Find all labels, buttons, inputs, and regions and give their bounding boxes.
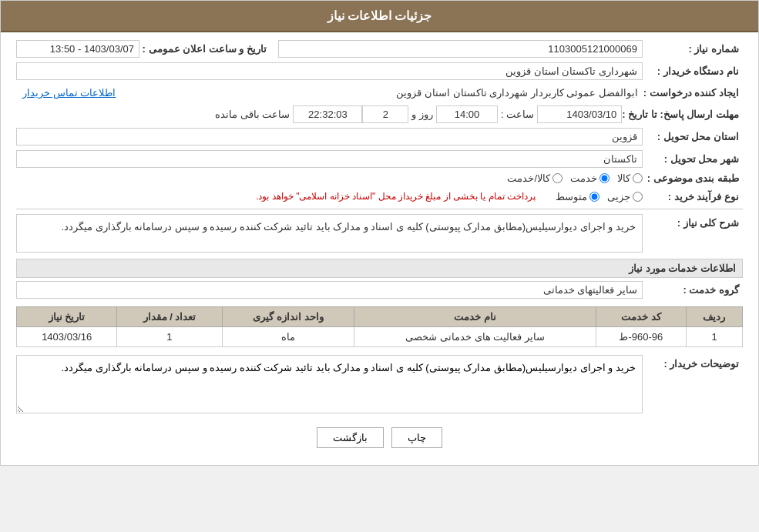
services-table-wrapper: ردیف کد خدمت نام خدمت واحد اندازه گیری ت… [16, 306, 743, 347]
kala-label: کالا [617, 172, 630, 184]
jozyi-label: جزیی [607, 191, 630, 202]
tarikh-ilan-label: تاریخ و ساعت اعلان عمومی : [139, 43, 270, 55]
noe-farayand-label: نوع فرآیند خرید : [643, 191, 743, 202]
farayand-radio-group: متوسط جزیی [556, 191, 643, 202]
motevaset-label: متوسط [556, 191, 587, 202]
nam-dastgah-value: شهرداری تاکستان استان قزوین [16, 62, 643, 80]
cell-tarikh: 1403/03/16 [17, 327, 117, 347]
tarikh-ilan-value: 1403/03/07 - 13:50 [16, 40, 139, 58]
radio-motevaset[interactable]: متوسط [556, 191, 599, 202]
radio-kala-khadamat[interactable]: کالا/خدمت [507, 172, 563, 184]
table-row: 1 960-96-ط سایر فعالیت های خدماتی شخصی م… [17, 327, 743, 347]
cell-tedad: 1 [117, 327, 222, 347]
button-row: چاپ بازگشت [16, 418, 743, 457]
mohlat-date: 1403/03/10 [537, 105, 622, 123]
print-button[interactable]: چاپ [391, 427, 442, 448]
shahr-label: شهر محل تحویل : [643, 153, 743, 165]
ijad-link[interactable]: اطلاعات تماس خریدار [16, 85, 122, 101]
back-button[interactable]: بازگشت [317, 427, 384, 448]
garoh-label: گروه خدمت : [643, 284, 743, 296]
mohlat-countdown: 22:32:03 [293, 105, 362, 123]
radio-kala[interactable]: کالا [617, 172, 643, 184]
cell-vahed: ماه [222, 327, 354, 347]
radio-jozyi[interactable]: جزیی [607, 191, 643, 202]
shomara-value: 1103005121000069 [278, 40, 643, 58]
tabaqe-label: طبقه بندی موضوعی : [643, 172, 743, 184]
mohlat-time: 14:00 [436, 105, 498, 123]
sharhkoli-text: خرید و اجرای دیوارسیلیس(مطابق مدارک پیوس… [16, 214, 643, 253]
cell-radif: 1 [686, 327, 742, 347]
garoh-value: سایر فعالیتهای خدماتی [16, 281, 643, 299]
cell-kod: 960-96-ط [596, 327, 686, 347]
nam-dastgah-label: نام دستگاه خریدار : [643, 65, 743, 77]
radio-khadamat[interactable]: خدمت [570, 172, 610, 184]
col-tarikh: تاریخ نیاز [17, 307, 117, 327]
col-kod: کد خدمت [596, 307, 686, 327]
khadamat-label: خدمت [570, 172, 597, 184]
kala-khadamat-label: کالا/خدمت [507, 172, 550, 184]
cell-name: سایر فعالیت های خدماتی شخصی [354, 327, 596, 347]
col-vahed: واحد اندازه گیری [222, 307, 354, 327]
section-khadamat-title: اطلاعات خدمات مورد نیاز [16, 259, 743, 278]
col-radif: ردیف [686, 307, 742, 327]
mohlat-time-label: ساعت : [498, 106, 537, 122]
tosihaat-label: توضیحات خریدار : [643, 355, 743, 370]
tabaqe-radio-group: کالا/خدمت خدمت کالا [507, 172, 643, 184]
ostan-label: استان محل تحویل : [643, 131, 743, 142]
farayand-note: پرداخت تمام یا بخشی از مبلغ خریداز محل "… [16, 189, 540, 204]
mohlat-roz-label: روز و [408, 106, 436, 122]
col-tedad: تعداد / مقدار [117, 307, 222, 327]
sharhkoli-label: شرح کلی نیاز : [643, 214, 743, 229]
mohlat-label: مهلت ارسال پاسخ: تا تاریخ : [622, 109, 743, 120]
mohlat-countdown-label: ساعت باقی مانده [212, 106, 293, 122]
ijad-label: ایجاد کننده درخواست : [643, 87, 743, 99]
shahr-value: تاکستان [16, 150, 643, 168]
ostan-value: قزوین [16, 128, 643, 146]
mohlat-roz: 2 [362, 105, 408, 123]
col-name: نام خدمت [354, 307, 596, 327]
shomara-label: شماره نیاز : [643, 43, 743, 55]
ijad-value: ابوالفضل عموئی کاربردار شهرداری تاکستان … [122, 85, 643, 101]
tosihaat-text[interactable] [16, 355, 643, 413]
services-table: ردیف کد خدمت نام خدمت واحد اندازه گیری ت… [16, 306, 743, 347]
page-title: جزئیات اطلاعات نیاز [1, 1, 758, 32]
